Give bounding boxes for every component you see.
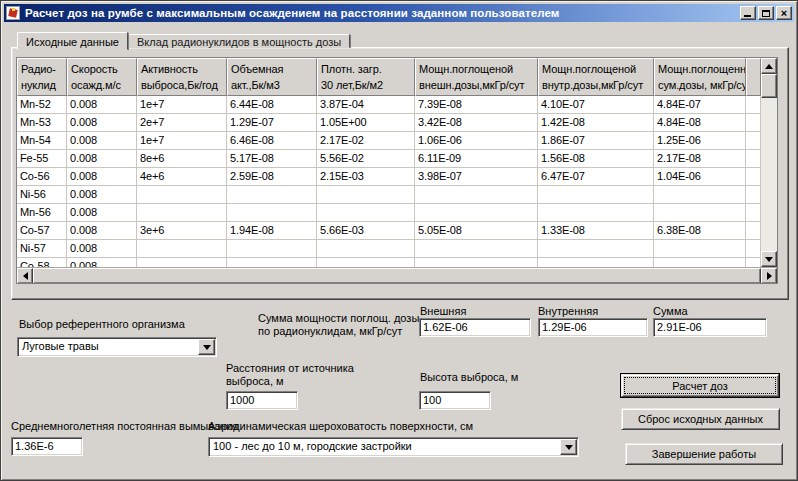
table-cell[interactable]: 2.17E-08 bbox=[654, 150, 746, 168]
total-dose-field[interactable]: 2.91E-06 bbox=[653, 318, 767, 337]
table-cell[interactable]: 6.46E-08 bbox=[227, 132, 317, 150]
table-cell[interactable]: 4.84E-08 bbox=[654, 114, 746, 132]
table-cell[interactable]: 1.06E-06 bbox=[415, 132, 538, 150]
table-cell[interactable]: 1.33E-08 bbox=[538, 222, 654, 240]
table-cell[interactable]: 3.98E-07 bbox=[415, 168, 538, 186]
table-cell[interactable]: Mn-53 bbox=[17, 114, 67, 132]
table-row[interactable]: Co-570.0083e+61.94E-085.66E-035.05E-081.… bbox=[17, 222, 761, 240]
internal-dose-field[interactable]: 1.29E-06 bbox=[538, 318, 648, 337]
table-cell[interactable]: 5.05E-08 bbox=[415, 222, 538, 240]
vertical-scroll-thumb[interactable] bbox=[761, 74, 777, 98]
table-cell[interactable] bbox=[415, 240, 538, 258]
tab-nuclide-contribution[interactable]: Вклад радионуклидов в мощность дозы bbox=[128, 34, 350, 48]
table-cell[interactable]: Ni-57 bbox=[17, 240, 67, 258]
table-cell[interactable]: Fe-55 bbox=[17, 150, 67, 168]
organism-combobox[interactable]: Луговые травы bbox=[17, 337, 217, 357]
table-cell[interactable]: 0.008 bbox=[67, 204, 137, 222]
table-cell[interactable]: 1e+7 bbox=[137, 132, 227, 150]
close-button[interactable]: × bbox=[776, 6, 792, 20]
table-cell[interactable] bbox=[137, 240, 227, 258]
table-cell[interactable] bbox=[317, 258, 415, 267]
table-cell[interactable]: 6.44E-08 bbox=[227, 96, 317, 114]
table-cell[interactable] bbox=[137, 204, 227, 222]
table-cell[interactable] bbox=[654, 204, 746, 222]
table-cell[interactable]: 0.008 bbox=[67, 96, 137, 114]
vertical-scroll-track[interactable] bbox=[761, 98, 777, 251]
distance-field[interactable]: 1000 bbox=[226, 391, 298, 410]
scroll-right-button[interactable] bbox=[761, 268, 777, 284]
tab-initial-data[interactable]: Исходные данные bbox=[17, 32, 128, 50]
table-cell[interactable]: 0.008 bbox=[67, 114, 137, 132]
table-cell[interactable] bbox=[654, 240, 746, 258]
table-cell[interactable]: 5.17E-08 bbox=[227, 150, 317, 168]
table-cell[interactable]: Mn-56 bbox=[17, 204, 67, 222]
table-row[interactable]: Mn-540.0081e+76.46E-082.17E-021.06E-061.… bbox=[17, 132, 761, 150]
table-cell[interactable]: 4e+6 bbox=[137, 168, 227, 186]
table-cell[interactable]: Co-58 bbox=[17, 258, 67, 267]
calculate-doses-button[interactable]: Расчет доз bbox=[621, 374, 779, 397]
table-cell[interactable] bbox=[415, 258, 538, 267]
exit-button[interactable]: Завершение работы bbox=[625, 443, 783, 465]
table-cell[interactable]: 0.008 bbox=[67, 222, 137, 240]
table-cell[interactable] bbox=[415, 186, 538, 204]
table-cell[interactable] bbox=[415, 204, 538, 222]
table-cell[interactable] bbox=[538, 240, 654, 258]
table-cell[interactable] bbox=[227, 204, 317, 222]
table-row[interactable]: Ni-560.008 bbox=[17, 186, 761, 204]
vertical-scrollbar[interactable] bbox=[761, 58, 777, 267]
table-cell[interactable]: Co-57 bbox=[17, 222, 67, 240]
table-cell[interactable] bbox=[317, 204, 415, 222]
release-height-field[interactable]: 100 bbox=[419, 391, 491, 410]
table-cell[interactable]: 0.008 bbox=[67, 258, 137, 267]
table-cell[interactable] bbox=[137, 258, 227, 267]
table-cell[interactable]: 1.04E-06 bbox=[654, 168, 746, 186]
maximize-button[interactable] bbox=[758, 6, 774, 20]
external-dose-field[interactable]: 1.62E-06 bbox=[419, 318, 531, 337]
table-cell[interactable]: 1.86E-07 bbox=[538, 132, 654, 150]
table-cell[interactable] bbox=[227, 258, 317, 267]
reset-data-button[interactable]: Сброс исходных данных bbox=[621, 408, 780, 430]
table-row[interactable]: Mn-520.0081e+76.44E-083.87E-047.39E-084.… bbox=[17, 96, 761, 114]
table-cell[interactable] bbox=[227, 240, 317, 258]
washout-field[interactable]: 1.36E-6 bbox=[11, 437, 83, 456]
table-cell[interactable] bbox=[538, 204, 654, 222]
table-cell[interactable]: 2.15E-03 bbox=[317, 168, 415, 186]
table-cell[interactable]: 2e+7 bbox=[137, 114, 227, 132]
table-cell[interactable]: 8e+6 bbox=[137, 150, 227, 168]
table-cell[interactable]: 0.008 bbox=[67, 240, 137, 258]
table-cell[interactable] bbox=[317, 186, 415, 204]
table-cell[interactable]: 7.39E-08 bbox=[415, 96, 538, 114]
table-row[interactable]: Mn-560.008 bbox=[17, 204, 761, 222]
table-cell[interactable]: 2.17E-02 bbox=[317, 132, 415, 150]
table-cell[interactable] bbox=[137, 186, 227, 204]
roughness-dropdown-button[interactable] bbox=[560, 439, 577, 455]
table-cell[interactable]: 1.42E-08 bbox=[538, 114, 654, 132]
organism-dropdown-button[interactable] bbox=[198, 339, 215, 355]
table-cell[interactable]: 3.87E-04 bbox=[317, 96, 415, 114]
table-cell[interactable]: 0.008 bbox=[67, 186, 137, 204]
table-cell[interactable]: 0.008 bbox=[67, 150, 137, 168]
table-cell[interactable]: 1.56E-08 bbox=[538, 150, 654, 168]
table-cell[interactable]: 1.05E+00 bbox=[317, 114, 415, 132]
roughness-combobox[interactable]: 100 - лес до 10 м, городские застройки bbox=[208, 437, 579, 457]
table-cell[interactable]: Mn-52 bbox=[17, 96, 67, 114]
table-cell[interactable]: 1.29E-07 bbox=[227, 114, 317, 132]
table-cell[interactable] bbox=[654, 186, 746, 204]
table-cell[interactable]: 5.56E-02 bbox=[317, 150, 415, 168]
table-cell[interactable]: Co-56 bbox=[17, 168, 67, 186]
table-cell[interactable]: 4.10E-07 bbox=[538, 96, 654, 114]
table-row[interactable]: Co-560.0084e+62.59E-082.15E-033.98E-076.… bbox=[17, 168, 761, 186]
table-cell[interactable]: 6.47E-07 bbox=[538, 168, 654, 186]
table-row[interactable]: Fe-550.0088e+65.17E-085.56E-026.11E-091.… bbox=[17, 150, 761, 168]
table-cell[interactable]: 4.84E-07 bbox=[654, 96, 746, 114]
horizontal-scrollbar[interactable] bbox=[17, 267, 777, 283]
table-cell[interactable]: 0.008 bbox=[67, 132, 137, 150]
table-cell[interactable]: 1.94E-08 bbox=[227, 222, 317, 240]
table-cell[interactable] bbox=[654, 258, 746, 267]
table-row[interactable]: Co-580.008 bbox=[17, 258, 761, 267]
scroll-left-button[interactable] bbox=[17, 268, 33, 284]
table-cell[interactable]: 5.66E-03 bbox=[317, 222, 415, 240]
table-cell[interactable] bbox=[538, 186, 654, 204]
table-row[interactable]: Mn-530.0082e+71.29E-071.05E+003.42E-081.… bbox=[17, 114, 761, 132]
table-cell[interactable]: 6.38E-08 bbox=[654, 222, 746, 240]
